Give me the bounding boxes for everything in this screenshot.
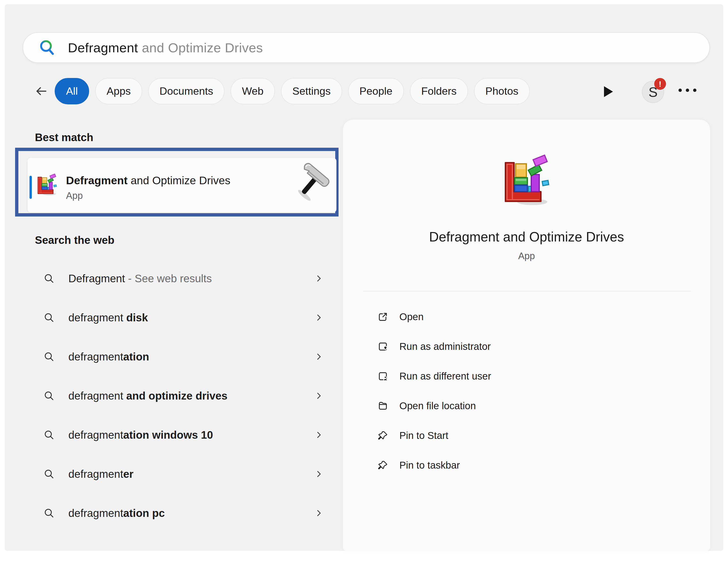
- action-label: Pin to Start: [399, 430, 448, 441]
- action-pin-to-taskbar[interactable]: Pin to taskbar: [377, 455, 491, 476]
- filter-tab-all[interactable]: All: [55, 78, 89, 104]
- filter-tab-web[interactable]: Web: [231, 78, 275, 104]
- open-icon: [377, 311, 389, 322]
- run-as-admin-icon: [377, 341, 389, 352]
- action-run-as-different-user[interactable]: Run as different user: [377, 366, 491, 387]
- suggestion-text: defragmenter: [68, 468, 314, 480]
- action-list: Open Run as administrator Run as differe…: [377, 306, 491, 476]
- search-icon: [38, 38, 57, 57]
- best-match-result[interactable]: Defragment and Optimize Drives App: [28, 158, 336, 213]
- account-alert-badge: !: [654, 78, 666, 90]
- search-input[interactable]: Defragment and Optimize Drives: [23, 32, 710, 63]
- search-icon: [43, 390, 55, 402]
- preview-type: App: [343, 251, 710, 261]
- back-button[interactable]: [33, 83, 50, 99]
- web-suggestion-row[interactable]: defragmentation pc: [31, 501, 327, 525]
- search-typed-text: Defragment: [68, 40, 138, 55]
- search-icon: [43, 468, 55, 480]
- web-suggestion-row[interactable]: defragment and optimize drives: [31, 384, 327, 407]
- action-label: Pin to taskbar: [399, 460, 460, 471]
- filter-tab-settings[interactable]: Settings: [281, 78, 342, 104]
- action-label: Open: [399, 311, 424, 322]
- defrag-app-icon-large: [500, 154, 554, 208]
- filter-tabs: All Apps Documents Web Settings People F…: [33, 77, 536, 105]
- filter-tab-apps[interactable]: Apps: [95, 78, 142, 104]
- filter-tab-people[interactable]: People: [348, 78, 404, 104]
- divider: [363, 291, 691, 291]
- search-icon: [43, 507, 55, 519]
- action-label: Open file location: [399, 400, 476, 411]
- best-match-title: Defragment and Optimize Drives: [66, 174, 230, 187]
- chevron-right-icon: [314, 273, 324, 284]
- search-icon: [43, 272, 55, 284]
- run-as-different-user-icon: [377, 370, 389, 382]
- filter-tab-photos[interactable]: Photos: [474, 78, 530, 104]
- selection-indicator: [29, 176, 32, 199]
- suggestion-text: defragmentation pc: [68, 507, 314, 519]
- show-more-filters-icon[interactable]: [604, 86, 613, 97]
- suggestion-text: defragmentation windows 10: [68, 428, 314, 441]
- back-arrow-icon: [34, 84, 48, 98]
- action-run-as-administrator[interactable]: Run as administrator: [377, 336, 491, 357]
- search-icon: [43, 311, 55, 324]
- filter-tab-folders[interactable]: Folders: [410, 78, 468, 104]
- defrag-app-icon: [36, 173, 59, 197]
- best-match-title-bold: Defragment: [66, 174, 128, 187]
- suggestion-text: defragmentation: [68, 350, 314, 363]
- pin-icon: [377, 430, 389, 441]
- web-suggestion-row[interactable]: defragmentation: [31, 345, 327, 368]
- best-match-type: App: [66, 190, 83, 201]
- search-icon: [43, 429, 55, 441]
- chevron-right-icon: [314, 508, 324, 518]
- web-suggestion-row[interactable]: defragmenter: [31, 462, 327, 486]
- windows-search-screen: Defragment and Optimize Drives All Apps …: [0, 0, 728, 568]
- account-badge-text: !: [659, 79, 661, 89]
- action-open[interactable]: Open: [377, 306, 491, 327]
- action-label: Run as administrator: [399, 341, 491, 352]
- chevron-right-icon: [314, 469, 324, 479]
- web-suggestion-row[interactable]: defragment disk: [31, 306, 327, 329]
- chevron-right-icon: [314, 351, 324, 362]
- action-pin-to-start[interactable]: Pin to Start: [377, 425, 491, 446]
- suggestion-text: defragment disk: [68, 311, 314, 324]
- preview-title: Defragment and Optimize Drives: [343, 229, 710, 245]
- chevron-right-icon: [314, 430, 324, 440]
- hammer-cursor-icon: [289, 162, 333, 206]
- chevron-right-icon: [314, 312, 324, 323]
- chevron-right-icon: [314, 390, 324, 401]
- web-suggestion-row[interactable]: Defragment - See web results: [31, 267, 327, 290]
- suggestion-text: Defragment - See web results: [68, 272, 314, 285]
- search-icon: [43, 350, 55, 363]
- web-suggestion-row[interactable]: defragmentation windows 10: [31, 423, 327, 447]
- best-match-heading: Best match: [35, 131, 93, 144]
- suggestion-text: defragment and optimize drives: [68, 389, 314, 402]
- folder-icon: [377, 400, 389, 411]
- annotation-box: Defragment and Optimize Drives App: [15, 148, 339, 217]
- action-open-file-location[interactable]: Open file location: [377, 395, 491, 416]
- search-completion-text: and Optimize Drives: [138, 40, 263, 55]
- action-label: Run as different user: [399, 370, 491, 382]
- search-query-text: Defragment and Optimize Drives: [68, 40, 263, 55]
- filter-tab-documents[interactable]: Documents: [148, 78, 225, 104]
- pin-icon: [377, 460, 389, 471]
- best-match-title-rest: and Optimize Drives: [128, 174, 230, 187]
- search-the-web-heading: Search the web: [35, 234, 114, 247]
- preview-panel: Defragment and Optimize Drives App Open …: [343, 120, 710, 551]
- more-options-icon[interactable]: [678, 89, 696, 92]
